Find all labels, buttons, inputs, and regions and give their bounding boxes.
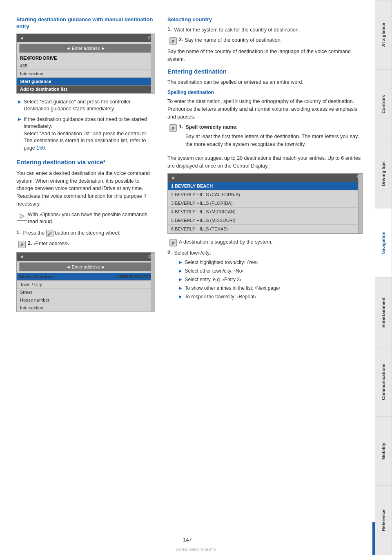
step-2-label: 2.	[28, 240, 32, 246]
sel-step-2-text: Say the name of the country of destinati…	[185, 37, 282, 44]
bev-back-icon: ◄	[170, 175, 175, 181]
spell-step-1-body: Say at least the first three letters of …	[185, 133, 363, 148]
bev-box-header: ◄ 🎤	[168, 174, 362, 182]
page-link-150[interactable]: 150	[36, 145, 45, 151]
left-column: Starting destination guidance with manua…	[16, 16, 155, 317]
system-suggest-text: The system can suggest up to 20 destinat…	[167, 154, 363, 170]
bullet-arrow-2: ▶	[18, 117, 21, 121]
scrollbar-1[interactable]	[151, 34, 155, 93]
main-content: Starting destination guidance with manua…	[0, 0, 375, 333]
row-add-destination[interactable]: Add to destination list	[17, 85, 155, 93]
sub-text-5: To respell the town/city: ›Repeat‹	[185, 293, 256, 300]
page-number: 147	[183, 537, 192, 543]
sub-text-3: Select entry, e.g. ›Entry 3‹	[185, 276, 241, 283]
bullet-start-guidance: ▶ Select "Start guidance" and press the …	[16, 98, 155, 113]
sub-bullet-no: ▶ Select other town/city: ›No‹	[179, 268, 280, 275]
bev-row-1[interactable]: 1 BEVERLY BEACH	[168, 182, 362, 190]
scrollbar-2[interactable]	[151, 253, 155, 312]
sub-arrow-3: ▶	[179, 277, 182, 282]
spelling-destination-heading: Spelling destination	[167, 90, 363, 95]
bev-row-6[interactable]: 6 BEVERLY HILLS (TEXAS)	[168, 225, 362, 233]
sidebar-tab-reference[interactable]: Reference	[375, 486, 392, 555]
options-note: With ›Options‹ you can have the possible…	[28, 211, 155, 226]
speaker-icon-2: 🔊	[18, 241, 26, 248]
spell-step-1-label: 1.	[179, 124, 183, 130]
bev-row-4[interactable]: 4 BEVERLY HILLS (MICHIGAN)	[168, 208, 362, 216]
sidebar-tab-at-a-glance[interactable]: At a glance	[375, 0, 392, 69]
sub-text-4: To show other entries in the list: ›Next…	[185, 285, 280, 292]
row-rexford-drive: REXFORD DRIVE	[17, 54, 155, 62]
option-icon-cell	[16, 211, 28, 221]
selecting-step-1: 1. Wait for the system to ask for the co…	[167, 27, 363, 34]
bullet-add-destination: ▶ If the destination guidance does not n…	[16, 116, 155, 152]
sel-step-1-label: 1.	[167, 27, 172, 32]
voice-icon-spell: 🔊	[167, 124, 179, 132]
row-state-province: State / Province UNITED STATES	[17, 273, 155, 281]
sidebar-tab-driving-tips[interactable]: Driving tips	[375, 139, 392, 208]
spell-step-1-row: 🔊 1. Spell town/city name: Say at least …	[167, 124, 363, 151]
sidebar-tab-controls[interactable]: Controls	[375, 69, 392, 139]
ui-box-2-header: ◄ ⚙	[17, 253, 155, 261]
sub-bullet-next-page: ▶ To show other entries in the list: ›Ne…	[179, 285, 280, 292]
selecting-step-2-row: 🔊 2. Say the name of the country of dest…	[167, 37, 363, 45]
steering-wheel-btn: 🎤	[46, 230, 53, 237]
bev-row-3[interactable]: 3 BEVERLY HILLS (FLORIDA)	[168, 199, 362, 208]
sub-bullet-yes: ▶ Select highlighted town/city: ›Yes‹	[179, 259, 280, 266]
row-town-city: Town / City	[17, 281, 155, 289]
beverly-hills-box: ◄ 🎤 1 BEVERLY BEACH 2 BEVERLY HILLS (CAL…	[167, 173, 363, 234]
sel-step-2-label: 2.	[179, 37, 183, 43]
scrollbar-bev[interactable]	[358, 174, 362, 233]
watermark: carmanualsonline.info	[176, 547, 216, 552]
step-2-row: 🔊 2. ›Enter address‹	[16, 240, 155, 248]
page-bar	[372, 522, 375, 555]
sidebar-tab-mobility[interactable]: Mobility	[375, 416, 392, 486]
enter-address-btn-2[interactable]: ◄ Enter address ►	[19, 262, 152, 271]
suggestion-note-row: 🔊 A destination is suggested by the syst…	[167, 239, 363, 246]
suggestion-note: A destination is suggested by the system…	[179, 239, 272, 246]
bev-row-5[interactable]: 5 BEVERLY HILLS (MISSOURI)	[168, 216, 362, 225]
ui-box-1-header: ◄ ⚙	[17, 34, 155, 42]
sidebar-tab-entertainment[interactable]: Entertainment	[375, 278, 392, 347]
step-1: 1. Press the 🎤 button on the steering wh…	[16, 230, 155, 237]
entering-destination-heading: Entering destination via voice*	[16, 158, 155, 166]
entering-body-1: You can enter a desired destination via …	[16, 170, 155, 208]
step-1-label: 1.	[16, 230, 20, 235]
page-number-area: 147	[0, 537, 375, 543]
step-1-content: Press the 🎤 button on the steering wheel…	[23, 230, 120, 237]
spell-step-1-numbered: 1. Spell town/city name:	[179, 124, 363, 131]
state-value: UNITED STATES	[116, 274, 151, 279]
voice-icon-cell-sel: 🔊	[167, 37, 179, 45]
svg-marker-0	[20, 214, 24, 218]
sub-bullets-container: ▶ Select highlighted town/city: ›Yes‹ ▶ …	[174, 259, 280, 300]
options-row: With ›Options‹ you can have the possible…	[16, 211, 155, 226]
right-column: Selecting country 1. Wait for the system…	[167, 16, 363, 317]
entering-destination-right-heading: Entering destination	[167, 67, 363, 76]
sidebar-tab-navigation[interactable]: Navigation	[375, 208, 392, 278]
voice-icon-suggest: 🔊	[167, 239, 179, 246]
row-start-guidance[interactable]: Start guidance	[17, 78, 155, 85]
bev-row-2[interactable]: 2 BEVERLY HILLS (CALIFORNIA)	[168, 190, 362, 199]
sel-step-1-text: Wait for the system to ask for the count…	[174, 27, 300, 34]
sub-arrow-2: ▶	[179, 269, 182, 273]
sub-bullet-entry: ▶ Select entry, e.g. ›Entry 3‹	[179, 276, 280, 283]
row-intersection: Intersection	[17, 70, 155, 78]
speaker-icon-sel: 🔊	[169, 37, 177, 45]
step-2-select-content: Select town/city: ▶ Select highlighted t…	[174, 250, 280, 302]
spell-step-title-bold: Spell town/city name:	[185, 124, 238, 130]
selecting-body: Say the name of the country of destinati…	[167, 48, 363, 63]
entering-destination-body: The destination can be spelled or entere…	[167, 78, 363, 86]
step-2-content: ›Enter address‹	[33, 240, 69, 248]
speaker-icon-suggest: 🔊	[169, 239, 177, 246]
option-icon	[17, 212, 27, 221]
selecting-country-heading: Selecting country	[167, 16, 363, 23]
sub-arrow-4: ▶	[179, 286, 182, 290]
sidebar-tab-communications[interactable]: Communications	[375, 347, 392, 416]
row-house-number: House number	[17, 296, 155, 304]
step-2-select-label: 2.	[167, 250, 172, 255]
row-street: Street	[17, 289, 155, 296]
back-icon-1: ◄	[19, 35, 24, 41]
row-455: 455	[17, 62, 155, 70]
enter-address-btn-1[interactable]: ◄ Enter address ►	[19, 44, 152, 53]
left-section-heading: Starting destination guidance with manua…	[16, 16, 155, 30]
speaker-icon-spell: 🔊	[169, 124, 177, 132]
